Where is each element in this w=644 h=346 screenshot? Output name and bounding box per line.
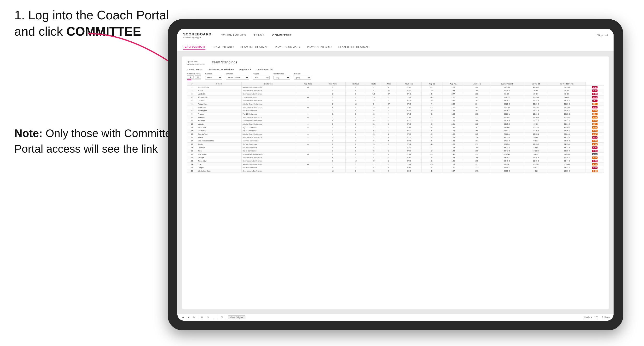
toolbar-copy[interactable]: ⊞ [200,316,204,319]
cell-avg-rd: 265 [464,96,490,99]
school-filter-select[interactable]: (All) [294,76,311,80]
cell-pts: 85.98 [586,96,604,99]
cell-avg-sg: -3.8 [422,156,442,159]
cell-pts: 71.7 [586,99,604,102]
cell-rank: 11 [187,119,197,123]
cell-conference: Mountain West Conference [242,153,296,156]
table-row: 10 Alabama Southeastern Conference — 5 6… [187,116,604,119]
subnav-team-h2h-grid[interactable]: TEAM H2H GRID [212,44,234,49]
table-row: 2 Auburn Southeastern Conference — 1 9 6… [187,89,604,92]
cell-school: Arizona State [197,96,241,99]
cell-wins: 1 [381,109,396,112]
cell-rank: 8 [187,109,197,112]
cell-overall: 4-21-0 [524,170,548,173]
cell-reg-rank: — [296,106,320,109]
cell-pts: 65.02 [586,136,604,139]
cell-conference: Atlantic Coast Conference [242,163,296,166]
cell-low-score: 59-39-1 [490,156,524,159]
subnav-team-summary[interactable]: TEAM SUMMARY [183,44,206,49]
subnav-player-summary[interactable]: PLAYER SUMMARY [275,44,300,49]
cell-avg-sg: -5.3 [422,129,442,133]
cell-overall: 11-38-2 [524,159,548,163]
toolbar-back[interactable]: ◀ [181,316,185,319]
cell-pts: 39.51 [586,153,604,156]
cell-low-score: 92-40-3 [490,159,524,163]
cell-no-tour: 8 [345,109,366,112]
table-row: 3 Vanderbilt Southeastern Conference — 2… [187,92,604,96]
conference-filter-select[interactable]: (All) [274,76,290,80]
cell-pts: 68.71 [586,106,604,109]
gender-filter-select[interactable]: Men's [205,76,222,80]
subnav-player-h2h-grid[interactable]: PLAYER H2H GRID [307,44,332,49]
min-input-1[interactable] [187,75,194,79]
toolbar-more[interactable]: … [212,316,216,319]
cell-avg-sg: -2.9 [422,136,442,139]
cell-avg-rd: 203 [464,92,490,96]
cell-school: Tennessee [197,106,241,109]
cell-conference: Pac-12 Conference [242,109,296,112]
cell-low-score: 97-01-1 [490,129,524,133]
cell-vs25: 40-30-2 [548,126,586,129]
toolbar-reload[interactable]: ↻ [192,316,196,319]
cell-pts: 89.11 [586,86,604,89]
cell-avg-rd: 217 [464,116,490,119]
col-pts: Vs Top 50 Points [548,82,586,86]
toolbar-paste[interactable]: ⊡ [206,316,210,319]
conference-filter-group: Conference (All) [274,73,290,80]
cell-conference: Atlantic Coast Conference [242,86,296,89]
cell-low-score: 61-21-0 [490,106,524,109]
min-slider[interactable] [187,79,201,80]
cell-no-tour: 8 [345,133,366,136]
toolbar-sep1 [198,316,198,319]
cell-rank: 2 [187,89,197,92]
cell-avg-rd: 265 [464,133,490,136]
cell-school: Florida [197,136,241,139]
col-conf-rank: Conf Rank [320,82,346,86]
region-filter-select[interactable]: N/A [253,76,270,80]
nav-teams[interactable]: TEAMS [254,32,264,38]
cell-no-tour: 6 [345,106,366,109]
cell-vs25: 39-20-1 [548,109,586,112]
share-btn[interactable]: ⤴ Share [602,316,610,319]
col-avg-sg: Avg. SG [422,82,442,86]
nav-committee[interactable]: COMMITTEE [272,32,292,38]
cell-avg-rd: 221 [464,163,490,166]
nav-tournaments[interactable]: TOURNAMENTS [221,32,246,38]
cell-low-score: 83-15-0 [490,123,524,126]
cell-conf-rank: 2 [320,92,346,96]
gender-filter-label: Gender [205,73,222,75]
watch-btn[interactable]: Watch ▼ [584,316,592,319]
cell-rnds: 26 [366,133,381,136]
cell-reg-rank: — [296,170,320,173]
toolbar-forward[interactable]: ▶ [187,316,190,319]
view-original-btn[interactable]: View: Original [228,315,246,319]
cell-conf-rank: 10 [320,170,346,173]
cell-overall: 9-10-2 [524,139,548,143]
cell-rnds: 21 [366,156,381,159]
subnav-team-h2h-heatmap[interactable]: TEAM H2H HEATMAP [240,44,268,49]
cell-avg-rd: 258 [464,136,490,139]
min-input-2[interactable] [194,75,201,79]
cell-overall: 42-16-0 [524,86,548,89]
cell-overall: 29-8-0 [524,92,548,96]
cell-adj-score: 280.7 [396,170,422,173]
cell-sg: 1.28 [442,143,464,146]
cell-rank: 7 [187,106,197,109]
school-filter-label: School [294,73,311,75]
cell-no-tour: 9 [345,89,366,92]
cell-overall: 11-29-1 [524,156,548,159]
division-filter-select[interactable]: NCAA Division I [226,76,249,80]
standings-title: Team Standings [212,60,237,64]
toolbar-clock[interactable]: ⏱ [220,316,224,319]
sign-out[interactable]: | Sign out [596,34,608,37]
cell-school: California [197,146,241,149]
cell-low-score: 59-41-4 [490,149,524,153]
cell-conference: Pac-12 Conference [242,112,296,116]
cell-overall: 35-20-2 [524,102,548,106]
cell-wins: 1 [381,123,396,126]
region-display: Region: All [240,68,251,71]
cell-sg: 1.85 [442,126,464,129]
cell-school: Alabama [197,116,241,119]
subnav-player-h2h-heatmap[interactable]: PLAYER H2H HEATMAP [338,44,369,49]
toolbar-fullscreen[interactable]: ⛶ [595,316,599,319]
